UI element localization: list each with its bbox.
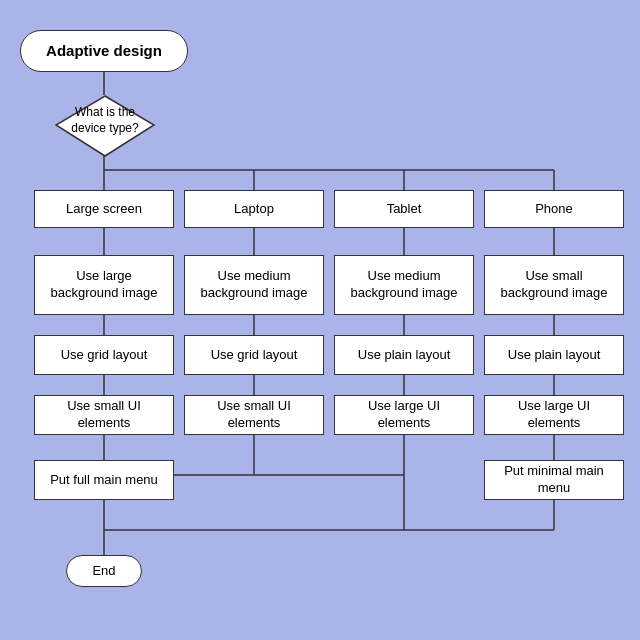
- node-full-menu: Put full main menu: [34, 460, 174, 500]
- node-large-layout: Use grid layout: [34, 335, 174, 375]
- node-tablet-ui: Use large UI elements: [334, 395, 474, 435]
- node-laptop-layout: Use grid layout: [184, 335, 324, 375]
- node-laptop-ui: Use small UI elements: [184, 395, 324, 435]
- node-phone-ui: Use large UI elements: [484, 395, 624, 435]
- node-laptop-bg: Use medium background image: [184, 255, 324, 315]
- device-phone: Phone: [484, 190, 624, 228]
- node-tablet-layout: Use plain layout: [334, 335, 474, 375]
- device-tablet: Tablet: [334, 190, 474, 228]
- diagram: Adaptive design What is the device type?…: [0, 0, 640, 640]
- start-node: Adaptive design: [20, 30, 188, 72]
- decision-node: What is the device type?: [55, 95, 153, 155]
- node-large-bg: Use large background image: [34, 255, 174, 315]
- node-minimal-menu: Put minimal main menu: [484, 460, 624, 500]
- node-tablet-bg: Use medium background image: [334, 255, 474, 315]
- node-phone-bg: Use small background image: [484, 255, 624, 315]
- device-laptop: Laptop: [184, 190, 324, 228]
- node-large-ui: Use small UI elements: [34, 395, 174, 435]
- end-node: End: [66, 555, 142, 587]
- decision-label: What is the device type?: [63, 105, 147, 136]
- device-large-screen: Large screen: [34, 190, 174, 228]
- node-phone-layout: Use plain layout: [484, 335, 624, 375]
